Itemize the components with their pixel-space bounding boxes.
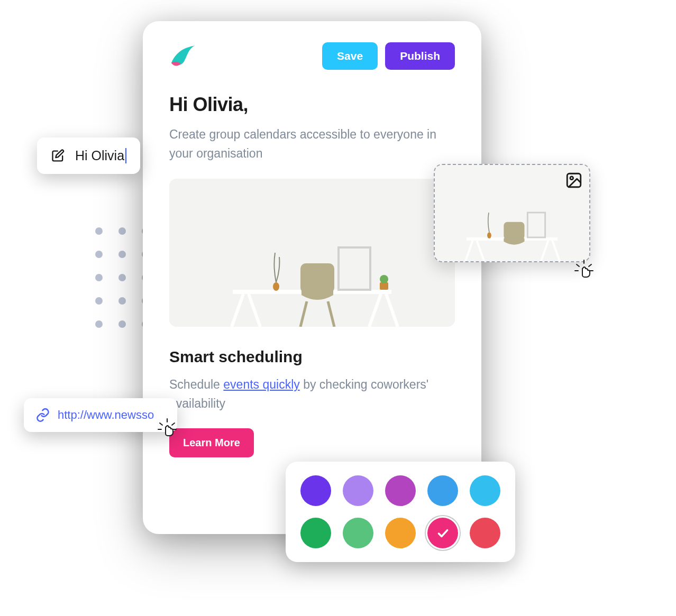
- svg-rect-0: [169, 179, 455, 327]
- color-swatch[interactable]: [470, 475, 500, 506]
- image-dropzone[interactable]: [434, 164, 590, 262]
- svg-point-12: [380, 275, 388, 283]
- color-swatch[interactable]: [427, 475, 458, 506]
- section-body-pre: Schedule: [169, 378, 223, 391]
- link-icon: [35, 408, 50, 422]
- color-swatch[interactable]: [300, 475, 331, 506]
- svg-line-31: [589, 264, 591, 266]
- link-url-value[interactable]: http://www.newsso: [58, 408, 154, 422]
- svg-line-30: [577, 264, 579, 266]
- check-icon: [436, 526, 450, 540]
- svg-line-14: [160, 423, 162, 425]
- learn-more-button[interactable]: Learn More: [169, 428, 254, 457]
- color-swatch[interactable]: [343, 475, 373, 506]
- intro-paragraph[interactable]: Create group calendars accessible to eve…: [169, 125, 455, 163]
- editor-card: Save Publish Hi Olivia, Create group cal…: [143, 21, 481, 534]
- color-palette: [286, 462, 515, 562]
- color-swatch[interactable]: [427, 518, 458, 548]
- bird-logo-icon: [169, 44, 196, 68]
- link-edit-popup[interactable]: http://www.newsso: [24, 398, 177, 432]
- section-title[interactable]: Smart scheduling: [169, 348, 455, 366]
- greeting-text[interactable]: Hi Olivia,: [169, 94, 455, 116]
- color-swatch[interactable]: [385, 518, 416, 548]
- svg-rect-11: [380, 282, 388, 290]
- color-swatch[interactable]: [343, 518, 373, 548]
- color-swatch[interactable]: [385, 475, 416, 506]
- svg-point-10: [273, 282, 279, 291]
- hero-image[interactable]: [169, 179, 455, 327]
- color-swatch[interactable]: [300, 518, 331, 548]
- click-cursor-icon: [573, 259, 595, 284]
- text-edit-value[interactable]: Hi Olivia: [75, 148, 126, 163]
- editor-header: Save Publish: [169, 42, 455, 70]
- svg-point-28: [570, 177, 573, 180]
- svg-line-15: [172, 423, 175, 425]
- decorative-dot-grid: [95, 227, 149, 328]
- events-quickly-link[interactable]: events quickly: [223, 378, 299, 391]
- image-icon: [565, 171, 583, 189]
- text-edit-popup[interactable]: Hi Olivia: [37, 137, 140, 174]
- svg-point-26: [487, 232, 491, 238]
- edit-icon: [51, 149, 66, 163]
- section-body[interactable]: Schedule events quickly by checking cowo…: [169, 375, 455, 413]
- click-cursor-icon: [157, 418, 178, 443]
- save-button[interactable]: Save: [322, 42, 378, 70]
- svg-rect-6: [300, 263, 334, 293]
- publish-button[interactable]: Publish: [385, 42, 455, 70]
- color-swatch[interactable]: [470, 518, 500, 548]
